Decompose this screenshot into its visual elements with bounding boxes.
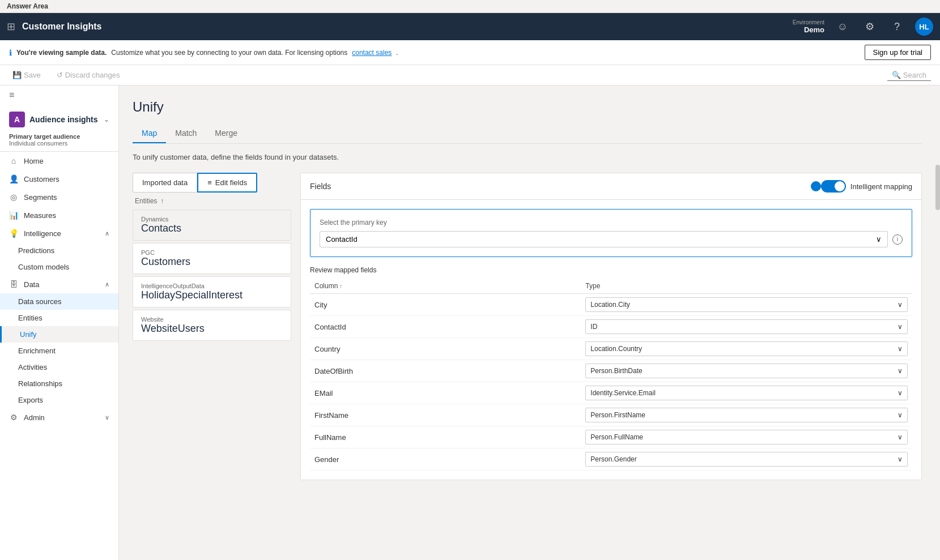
type-dropdown[interactable]: Person.FullName ∨ [585, 430, 908, 444]
save-button[interactable]: 💾 Save [9, 69, 44, 82]
field-type-cell: Person.FullName ∨ [581, 426, 912, 448]
sidebar-item-entities[interactable]: Entities [0, 310, 118, 326]
type-dropdown-chevron: ∨ [898, 455, 903, 463]
environment-label: Environment [793, 19, 824, 25]
tab-map[interactable]: Map [133, 124, 166, 143]
type-value: ID [590, 323, 597, 331]
table-row: EMail Identity.Service.Email ∨ [310, 382, 912, 404]
column-header[interactable]: Column [310, 279, 581, 294]
discard-icon: ↺ [57, 71, 63, 79]
table-row: Gender Person.Gender ∨ [310, 448, 912, 471]
field-type-cell: Identity.Service.Email ∨ [581, 382, 912, 404]
sidebar-item-label: Admin [24, 413, 45, 422]
sidebar-item-home[interactable]: ⌂ Home [0, 152, 118, 170]
type-dropdown[interactable]: Location.Country ∨ [585, 341, 908, 356]
sidebar-item-unify[interactable]: Unify [0, 326, 118, 343]
sidebar-item-label: Home [24, 157, 44, 165]
sidebar-item-intelligence[interactable]: 💡 Intelligence ∧ [0, 224, 118, 242]
action-bar: 💾 Save ↺ Discard changes 🔍 Search [0, 65, 940, 86]
field-type-cell: ID ∨ [581, 316, 912, 338]
sidebar-item-activities[interactable]: Activities [0, 359, 118, 375]
primary-key-dropdown[interactable]: ContactId ∨ [320, 231, 888, 247]
entities-header: Entities ↑ [133, 197, 291, 205]
type-dropdown[interactable]: ID ∨ [585, 319, 908, 334]
discard-label: Discard changes [65, 71, 120, 79]
field-type-cell: Location.Country ∨ [581, 338, 912, 360]
sidebar-item-relationships[interactable]: Relationships [0, 375, 118, 392]
sidebar-item-label: Measures [24, 211, 56, 220]
sidebar-item-enrichment[interactable]: Enrichment [0, 343, 118, 359]
contact-sales-link[interactable]: contact sales [352, 49, 392, 57]
primary-key-value: ContactId [326, 235, 358, 243]
grid-icon[interactable]: ⊞ [7, 20, 15, 33]
field-type-cell: Person.FirstName ∨ [581, 404, 912, 426]
type-dropdown[interactable]: Identity.Service.Email ∨ [585, 386, 908, 400]
avatar[interactable]: HL [915, 18, 933, 36]
tab-match[interactable]: Match [166, 124, 206, 143]
edit-fields-label: Edit fields [215, 178, 247, 187]
sidebar-item-admin[interactable]: ⚙ Admin ∨ [0, 408, 118, 426]
audience-label: Primary target audience [9, 133, 109, 140]
entity-card-intelligence-holiday[interactable]: IntelligenceOutputData HolidaySpecialInt… [133, 276, 291, 307]
tab-merge[interactable]: Merge [206, 124, 246, 143]
scrollbar-track[interactable] [935, 165, 940, 505]
gear-icon[interactable]: ⚙ [861, 18, 879, 36]
brand-text: Audience insights [29, 115, 98, 124]
field-column: DateOfBirth [310, 360, 581, 382]
type-dropdown-chevron: ∨ [898, 301, 903, 309]
imported-data-button[interactable]: Imported data [133, 173, 197, 193]
type-dropdown-chevron: ∨ [898, 367, 903, 375]
primary-key-select-row: ContactId ∨ i [320, 231, 903, 247]
sidebar-item-segments[interactable]: ◎ Segments [0, 188, 118, 206]
sidebar-item-label: Customers [24, 175, 59, 183]
window-title: Answer Area [0, 0, 940, 13]
field-column: City [310, 294, 581, 316]
entity-card-dynamics-contacts[interactable]: Dynamics Contacts [133, 210, 291, 241]
primary-key-info-icon[interactable]: i [892, 234, 903, 245]
type-dropdown[interactable]: Location.City ∨ [585, 297, 908, 312]
type-dropdown[interactable]: Person.BirthDate ∨ [585, 364, 908, 378]
data-chevron: ∧ [105, 281, 109, 288]
discard-button[interactable]: ↺ Discard changes [53, 69, 124, 82]
info-bar: ℹ You're viewing sample data. Customize … [0, 40, 940, 65]
tabs: Map Match Merge [133, 124, 922, 144]
search-icon: 🔍 [892, 71, 901, 79]
field-column: EMail [310, 382, 581, 404]
entity-source: PGC [141, 249, 283, 256]
entity-card-website-users[interactable]: Website WebsiteUsers [133, 310, 291, 341]
intelligent-mapping-toggle[interactable] [821, 180, 846, 193]
sidebar-item-predictions[interactable]: Predictions [0, 242, 118, 259]
field-column: ContactId [310, 316, 581, 338]
sign-up-button[interactable]: Sign up for trial [865, 45, 931, 60]
edit-fields-button[interactable]: ≡ Edit fields [197, 173, 257, 193]
table-row: FullName Person.FullName ∨ [310, 426, 912, 448]
entities-label: Entities [135, 197, 157, 205]
type-value: Person.FullName [590, 433, 643, 441]
scrollbar-thumb[interactable] [935, 165, 940, 210]
sidebar-item-measures[interactable]: 📊 Measures [0, 206, 118, 224]
entity-card-pgc-customers[interactable]: PGC Customers [133, 243, 291, 274]
hamburger-button[interactable]: ≡ [0, 86, 118, 105]
type-dropdown[interactable]: Person.FirstName ∨ [585, 408, 908, 422]
search-bar[interactable]: 🔍 Search [887, 70, 931, 81]
panel-buttons: Imported data ≡ Edit fields [133, 173, 291, 193]
sidebar-item-exports[interactable]: Exports [0, 392, 118, 408]
sidebar-item-data-sources[interactable]: Data sources [0, 293, 118, 310]
measures-icon: 📊 [9, 211, 18, 220]
entities-sort-icon[interactable]: ↑ [160, 197, 164, 205]
type-dropdown-chevron: ∨ [898, 389, 903, 397]
sidebar-item-customers[interactable]: 👤 Customers [0, 170, 118, 188]
page-title: Unify [133, 99, 922, 115]
customers-icon: 👤 [9, 174, 18, 183]
data-icon: 🗄 [9, 280, 18, 289]
brand-chevron[interactable]: ⌄ [104, 116, 109, 123]
help-icon[interactable]: ? [888, 18, 906, 36]
entity-name: WebsiteUsers [141, 323, 283, 335]
smiley-icon[interactable]: ☺ [833, 18, 852, 36]
field-column: Gender [310, 448, 581, 471]
type-dropdown[interactable]: Person.Gender ∨ [585, 452, 908, 467]
subtitle: To unify customer data, define the field… [133, 153, 922, 161]
sidebar-item-custom-models[interactable]: Custom models [0, 259, 118, 275]
sidebar-item-data[interactable]: 🗄 Data ∧ [0, 275, 118, 293]
top-bar: ⊞ Customer Insights Environment Demo ☺ ⚙… [0, 13, 940, 40]
